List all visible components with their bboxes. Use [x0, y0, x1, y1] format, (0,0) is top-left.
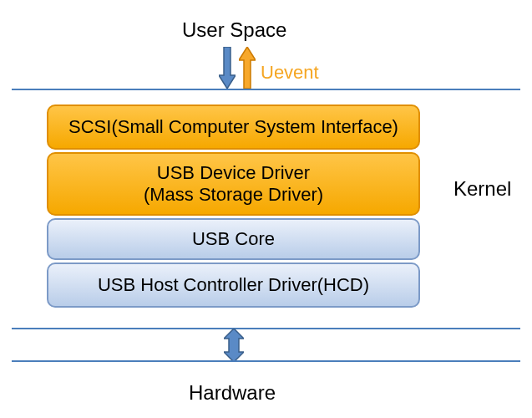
usb-device-driver-label-2: (Mass Storage Driver)	[144, 184, 323, 206]
divider-bottom	[12, 360, 520, 362]
scsi-layer: SCSI(Small Computer System Interface)	[47, 104, 420, 150]
divider-mid	[12, 328, 520, 329]
usb-device-driver-label-1: USB Device Driver	[157, 162, 310, 184]
usb-hcd-label: USB Host Controller Driver(HCD)	[98, 274, 369, 296]
uevent-label: Uevent	[261, 62, 319, 84]
kernel-label: Kernel	[453, 177, 511, 201]
arrow-group-top	[219, 42, 261, 89]
divider-top	[12, 89, 520, 90]
usb-core-layer: USB Core	[47, 218, 420, 260]
bidirectional-arrow-icon	[224, 329, 244, 362]
usb-hcd-layer: USB Host Controller Driver(HCD)	[47, 263, 420, 308]
kernel-stack: SCSI(Small Computer System Interface) US…	[47, 104, 420, 310]
user-space-label: User Space	[182, 18, 286, 42]
down-arrow-icon	[219, 47, 236, 89]
scsi-layer-label: SCSI(Small Computer System Interface)	[68, 116, 398, 138]
up-arrow-icon	[239, 47, 256, 89]
hardware-label: Hardware	[189, 381, 276, 405]
usb-device-driver-layer: USB Device Driver (Mass Storage Driver)	[47, 152, 420, 216]
usb-core-label: USB Core	[192, 228, 275, 250]
